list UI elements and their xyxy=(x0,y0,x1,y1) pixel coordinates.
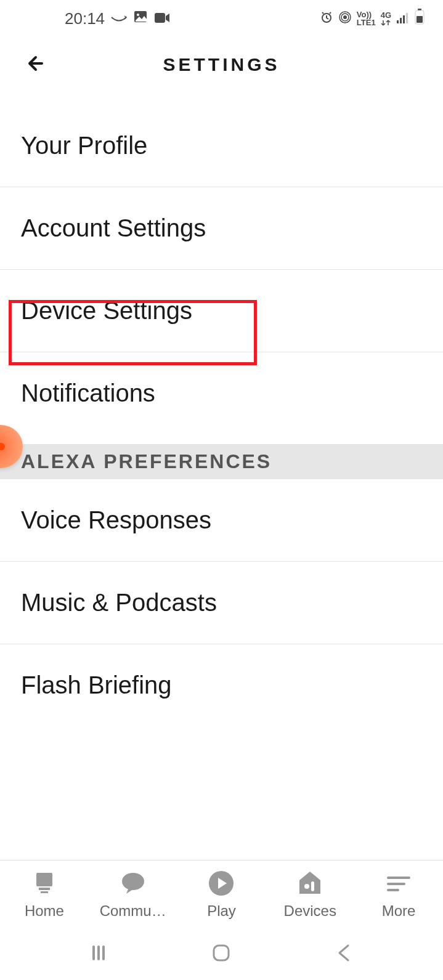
menu-label: Device Settings xyxy=(21,297,192,324)
nav-play[interactable]: Play xyxy=(178,869,264,920)
svg-rect-13 xyxy=(417,16,423,23)
sys-back-button[interactable] xyxy=(333,942,356,966)
svg-rect-15 xyxy=(39,888,50,890)
svg-rect-14 xyxy=(36,873,52,886)
home-button[interactable] xyxy=(210,942,232,966)
menu-item-flash-briefing[interactable]: Flash Briefing xyxy=(0,644,443,726)
network-indicator: 4G xyxy=(381,11,391,26)
section-header-alexa-prefs: ALEXA PREFERENCES xyxy=(0,444,443,479)
svg-rect-16 xyxy=(41,891,48,893)
amazon-icon xyxy=(111,9,127,28)
svg-rect-27 xyxy=(214,946,229,960)
status-bar: 20:14 Vo)) LTE1 4G xyxy=(0,0,443,37)
devices-icon xyxy=(296,869,324,897)
menu-item-notifications[interactable]: Notifications xyxy=(0,352,443,444)
play-icon xyxy=(207,869,235,897)
svg-rect-8 xyxy=(400,18,402,23)
svg-rect-24 xyxy=(92,946,95,960)
volte-indicator: Vo)) LTE1 xyxy=(357,10,376,26)
dot-icon xyxy=(0,443,5,450)
nav-more[interactable]: More xyxy=(356,869,442,920)
svg-point-19 xyxy=(304,884,309,889)
status-left: 20:14 xyxy=(65,9,170,28)
chat-icon xyxy=(119,869,147,897)
menu-label: Music & Podcasts xyxy=(21,589,217,616)
svg-rect-9 xyxy=(403,15,405,23)
recents-button[interactable] xyxy=(87,942,110,966)
more-icon xyxy=(383,869,414,897)
menu-item-account-settings[interactable]: Account Settings xyxy=(0,187,443,270)
nav-label: Devices xyxy=(284,902,336,920)
hotspot-icon xyxy=(338,9,352,28)
image-icon xyxy=(133,9,148,28)
battery-icon xyxy=(415,9,425,29)
menu-label: Flash Briefing xyxy=(21,671,172,699)
menu-item-voice-responses[interactable]: Voice Responses xyxy=(0,479,443,562)
svg-rect-7 xyxy=(397,20,399,23)
svg-point-1 xyxy=(137,14,139,16)
page-title: SETTINGS xyxy=(0,54,443,75)
svg-rect-26 xyxy=(102,946,105,960)
nav-label: Home xyxy=(25,902,64,920)
menu-item-device-settings[interactable]: Device Settings xyxy=(0,270,443,352)
menu-label: Your Profile xyxy=(21,132,147,159)
system-nav xyxy=(0,928,443,980)
back-button[interactable] xyxy=(25,51,49,78)
svg-rect-22 xyxy=(387,883,405,885)
menu-label: Account Settings xyxy=(21,214,206,241)
nav-label: Play xyxy=(207,902,236,920)
svg-rect-2 xyxy=(155,13,165,23)
svg-point-4 xyxy=(343,15,347,19)
nav-label: Commu… xyxy=(100,902,166,920)
svg-rect-21 xyxy=(387,877,410,879)
signal-icon xyxy=(396,9,410,28)
nav-devices[interactable]: Devices xyxy=(267,869,353,920)
app-header: SETTINGS xyxy=(0,37,443,92)
home-icon xyxy=(30,869,59,897)
settings-list: Your Profile Account Settings Device Set… xyxy=(0,92,443,726)
status-time: 20:14 xyxy=(65,9,105,28)
nav-home[interactable]: Home xyxy=(1,869,87,920)
menu-label: Notifications xyxy=(21,379,155,407)
nav-communicate[interactable]: Commu… xyxy=(90,869,176,920)
svg-rect-23 xyxy=(387,889,399,891)
alarm-icon xyxy=(320,9,333,28)
bottom-nav: Home Commu… Play Devices More xyxy=(0,860,443,928)
menu-label: Voice Responses xyxy=(21,506,211,533)
nav-label: More xyxy=(382,902,416,920)
svg-rect-25 xyxy=(97,946,100,960)
video-icon xyxy=(154,9,170,28)
status-right: Vo)) LTE1 4G xyxy=(320,9,425,29)
svg-rect-20 xyxy=(311,881,314,891)
svg-point-17 xyxy=(122,873,144,890)
menu-item-your-profile[interactable]: Your Profile xyxy=(0,105,443,187)
svg-rect-10 xyxy=(406,13,408,23)
menu-item-music-podcasts[interactable]: Music & Podcasts xyxy=(0,562,443,644)
